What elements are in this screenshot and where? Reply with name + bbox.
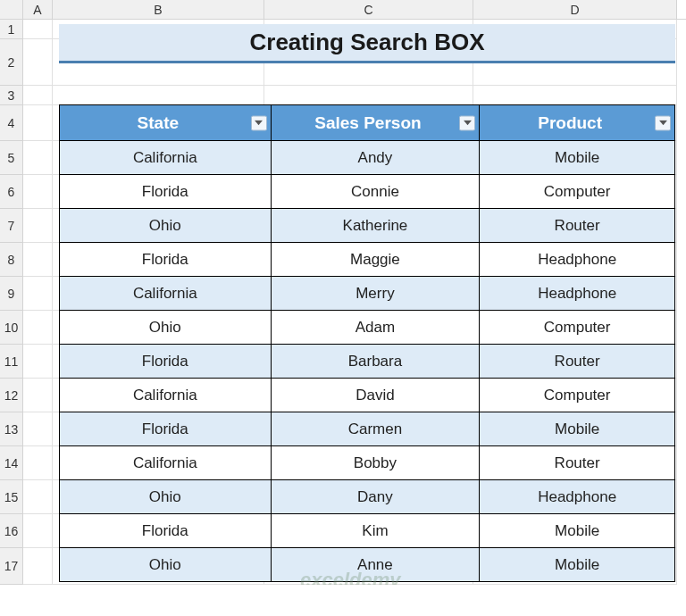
table-row[interactable]: CaliforniaAndyMobile <box>60 141 675 175</box>
select-all-corner[interactable] <box>0 0 23 19</box>
table-cell[interactable]: Katherine <box>271 209 480 243</box>
column-header-B[interactable]: B <box>53 0 264 19</box>
table-cell[interactable]: Merry <box>271 277 480 311</box>
cell[interactable] <box>23 209 53 243</box>
cell[interactable] <box>473 86 677 105</box>
cell[interactable] <box>23 141 53 175</box>
table-cell[interactable]: Mobile <box>480 548 675 582</box>
table-cell[interactable]: Headphone <box>480 243 675 277</box>
cell[interactable] <box>23 514 53 548</box>
table-cell[interactable]: David <box>271 379 480 412</box>
table-cell[interactable]: Anne <box>271 548 480 582</box>
table-cell[interactable]: Router <box>480 446 675 480</box>
table-cell[interactable]: California <box>60 277 272 311</box>
row-header-4[interactable]: 4 <box>0 105 23 141</box>
table-cell[interactable]: Computer <box>480 379 675 412</box>
row-header-3[interactable]: 3 <box>0 86 23 105</box>
table-cell[interactable]: Florida <box>60 412 272 446</box>
cell[interactable] <box>23 379 53 412</box>
table-cell[interactable]: Ohio <box>60 311 272 345</box>
column-header-C[interactable]: C <box>264 0 473 19</box>
table-cell[interactable]: Carmen <box>271 412 480 446</box>
cell[interactable] <box>23 243 53 277</box>
cell[interactable] <box>23 20 53 39</box>
row-header-5[interactable]: 5 <box>0 141 23 175</box>
cell[interactable] <box>23 86 53 105</box>
header-state[interactable]: State <box>60 105 272 141</box>
cell[interactable] <box>23 175 53 209</box>
cell[interactable] <box>23 548 53 585</box>
table-row[interactable]: CaliforniaDavidComputer <box>60 379 675 412</box>
row-header-14[interactable]: 14 <box>0 446 23 480</box>
row-header-17[interactable]: 17 <box>0 548 23 585</box>
table-cell[interactable]: Computer <box>480 311 675 345</box>
table-row[interactable]: FloridaKimMobile <box>60 514 675 548</box>
header-salesperson[interactable]: Sales Person <box>271 105 480 141</box>
table-row[interactable]: FloridaCarmenMobile <box>60 412 675 446</box>
table-row[interactable]: CaliforniaBobbyRouter <box>60 446 675 480</box>
cell[interactable] <box>264 86 473 105</box>
cell[interactable] <box>23 480 53 514</box>
table-cell[interactable]: California <box>60 141 272 175</box>
table-cell[interactable]: California <box>60 446 272 480</box>
row-header-15[interactable]: 15 <box>0 480 23 514</box>
row-header-11[interactable]: 11 <box>0 345 23 379</box>
table-cell[interactable]: Florida <box>60 175 272 209</box>
table-cell[interactable]: Ohio <box>60 209 272 243</box>
table-row[interactable]: FloridaBarbaraRouter <box>60 345 675 379</box>
table-cell[interactable]: Bobby <box>271 446 480 480</box>
table-cell[interactable]: Router <box>480 209 675 243</box>
row-header-13[interactable]: 13 <box>0 412 23 446</box>
table-row[interactable]: FloridaMaggieHeadphone <box>60 243 675 277</box>
header-product[interactable]: Product <box>480 105 675 141</box>
table-row[interactable]: OhioKatherineRouter <box>60 209 675 243</box>
cell[interactable] <box>23 39 53 86</box>
table-row[interactable]: OhioAnneMobile <box>60 548 675 582</box>
cell[interactable] <box>23 311 53 345</box>
cell[interactable] <box>23 277 53 311</box>
table-row[interactable]: FloridaConnieComputer <box>60 175 675 209</box>
cell[interactable] <box>23 345 53 379</box>
row-header-2[interactable]: 2 <box>0 39 23 86</box>
cells-area[interactable]: Creating Search BOX State Sales Person <box>23 20 686 585</box>
table-cell[interactable]: Router <box>480 345 675 379</box>
table-cell[interactable]: Florida <box>60 345 272 379</box>
table-cell[interactable]: Ohio <box>60 548 272 582</box>
table-cell[interactable]: Florida <box>60 243 272 277</box>
table-cell[interactable]: California <box>60 379 272 412</box>
cell[interactable] <box>23 446 53 480</box>
table-cell[interactable]: Computer <box>480 175 675 209</box>
table-cell[interactable]: Mobile <box>480 514 675 548</box>
table-cell[interactable]: Headphone <box>480 480 675 514</box>
row-header-12[interactable]: 12 <box>0 379 23 412</box>
row-header-1[interactable]: 1 <box>0 20 23 39</box>
row-header-9[interactable]: 9 <box>0 277 23 311</box>
table-cell[interactable]: Mobile <box>480 412 675 446</box>
row-header-10[interactable]: 10 <box>0 311 23 345</box>
table-row[interactable]: OhioDanyHeadphone <box>60 480 675 514</box>
column-header-A[interactable]: A <box>23 0 53 19</box>
table-row[interactable]: CaliforniaMerryHeadphone <box>60 277 675 311</box>
table-cell[interactable]: Adam <box>271 311 480 345</box>
table-cell[interactable]: Mobile <box>480 141 675 175</box>
filter-button-product[interactable] <box>655 115 671 130</box>
cell[interactable] <box>23 105 53 141</box>
column-header-D[interactable]: D <box>473 0 677 19</box>
cell[interactable] <box>23 412 53 446</box>
table-cell[interactable]: Connie <box>271 175 480 209</box>
filter-button-salesperson[interactable] <box>459 115 475 130</box>
table-cell[interactable]: Kim <box>271 514 480 548</box>
table-cell[interactable]: Barbara <box>271 345 480 379</box>
row-header-6[interactable]: 6 <box>0 175 23 209</box>
cell[interactable] <box>53 86 264 105</box>
row-header-8[interactable]: 8 <box>0 243 23 277</box>
table-cell[interactable]: Andy <box>271 141 480 175</box>
row-header-16[interactable]: 16 <box>0 514 23 548</box>
table-cell[interactable]: Dany <box>271 480 480 514</box>
table-cell[interactable]: Florida <box>60 514 272 548</box>
row-header-7[interactable]: 7 <box>0 209 23 243</box>
table-cell[interactable]: Ohio <box>60 480 272 514</box>
table-cell[interactable]: Headphone <box>480 277 675 311</box>
table-row[interactable]: OhioAdamComputer <box>60 311 675 345</box>
filter-button-state[interactable] <box>251 115 267 130</box>
